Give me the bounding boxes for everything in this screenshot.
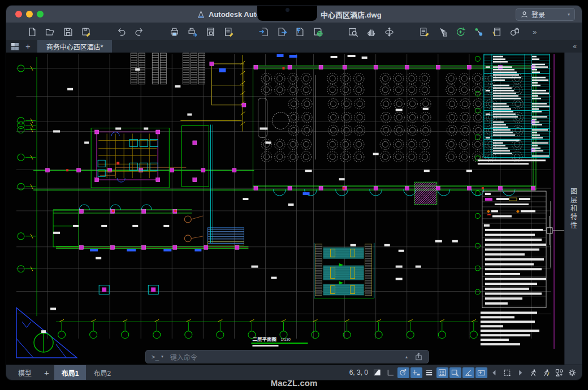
selection-cycling-icon[interactable] [501,367,513,378]
object-snap-icon[interactable] [410,367,422,378]
open-file-icon[interactable] [45,27,55,37]
redo-icon[interactable] [134,27,145,37]
command-prompt-icon: >_ [152,353,159,361]
document-tab-bar: + 商务中心西区酒店* « [6,40,582,53]
new-file-icon[interactable] [27,27,37,37]
settings-icon[interactable] [567,367,578,378]
polar-tracking-icon[interactable] [397,367,409,378]
object-snap-tracking-icon[interactable] [449,367,461,378]
plan-title-label: 二层平面图 [252,336,276,342]
document-tab[interactable]: 商务中心西区酒店* [37,40,113,53]
import-icon[interactable] [258,27,269,37]
toolbar-group [116,27,145,37]
start-tab-grid-icon[interactable] [11,43,19,50]
window-title-left: Autodesk Auto [197,6,261,23]
cursor-coordinates: 6, 3, 0 [349,369,368,376]
main-area: 二层平面图 1/130 >_ ▾ 键入命令 ▴ 图层和特性 [6,53,582,365]
login-caret-icon: ▾ [568,12,570,17]
ucs-icon[interactable] [455,27,466,37]
close-window-button[interactable] [15,11,22,18]
make-group-icon[interactable] [509,27,520,37]
ortho-mode-icon[interactable] [384,367,396,378]
paper-space-icon[interactable] [371,367,383,378]
prev-viewport-icon[interactable] [488,367,500,378]
lineweight-icon[interactable] [423,367,435,378]
properties-icon[interactable] [419,27,430,37]
orbit-icon[interactable] [384,27,395,37]
annotation-scale-icon[interactable] [554,367,565,378]
annotation-visibility-icon[interactable] [528,367,539,378]
save-as-icon[interactable] [81,27,92,37]
attach-reference-icon[interactable] [295,27,305,37]
toolbar-group [419,27,520,37]
next-viewport-icon[interactable] [514,367,526,378]
toolbar-group [348,27,395,37]
auto-annotation-scale-icon[interactable] [541,367,552,378]
point-style-icon[interactable] [473,27,484,37]
traffic-lights [15,11,44,18]
palette-label: 图层和特性 [569,188,578,230]
window-title-right: 中心西区酒店.dwg [321,6,382,23]
save-to-web-icon[interactable] [313,27,323,37]
floor-plan-drawing: 二层平面图 1/130 [6,53,564,365]
snap-grid-icon[interactable] [436,367,448,378]
pan-icon[interactable] [366,27,377,37]
minimize-window-button[interactable] [26,11,33,18]
zoom-window-icon[interactable] [348,27,358,37]
camera-dot [286,8,289,12]
toolbar-overflow-icon[interactable]: » [533,28,535,36]
autocad-app-icon [197,10,205,19]
new-drawing-tab-button[interactable]: + [25,41,31,52]
command-collapse-icon[interactable]: ▴ [405,354,408,359]
status-bar: 模型 + 布局1 布局2 6, 3, 0 [6,365,582,380]
window-title-text-left: Autodesk Auto [209,10,261,19]
login-button[interactable]: 登录 ▾ [516,8,575,21]
window-title-text-right: 中心西区酒店.dwg [321,9,382,20]
toolbar-group [169,27,234,37]
toolbar: » [6,23,582,40]
angle-constraint-icon[interactable] [462,367,474,378]
status-toggles [371,367,578,378]
plan-scale-label: 1/130 [280,337,291,341]
login-label: 登录 [531,10,545,19]
command-input[interactable]: 键入命令 [170,352,197,362]
toolbar-group [27,27,92,37]
save-icon[interactable] [63,27,74,37]
quick-select-icon[interactable] [437,27,448,37]
tool-palettes-icon[interactable] [491,27,502,37]
batch-print-icon[interactable] [187,27,198,37]
user-icon [521,11,528,18]
share-icon[interactable] [414,352,423,361]
command-line-bar[interactable]: >_ ▾ 键入命令 ▴ [145,350,429,363]
export-icon[interactable] [276,27,287,37]
camera-notch [257,6,317,21]
new-layout-button[interactable]: + [39,368,54,378]
print-icon[interactable] [169,27,180,37]
page-setup-icon[interactable] [205,27,216,37]
layers-properties-palette-strip[interactable]: 图层和特性 [564,53,582,365]
collapse-panel-icon[interactable]: « [573,42,577,50]
drawing-canvas[interactable]: 二层平面图 1/130 >_ ▾ 键入命令 ▴ [6,53,564,365]
undo-icon[interactable] [116,27,127,37]
toolbar-group [258,27,323,37]
zoom-window-button[interactable] [37,11,44,18]
edit-drawing-icon[interactable] [223,27,234,37]
app-window: Autodesk Auto 中心西区酒店.dwg 登录 ▾ » + 商务中心西区… [6,6,582,380]
dynamic-input-icon[interactable] [475,367,487,378]
command-history-caret-icon[interactable]: ▾ [161,354,163,359]
site-watermark: MacZL.com [0,378,588,388]
title-bar: Autodesk Auto 中心西区酒店.dwg 登录 ▾ [6,6,582,23]
